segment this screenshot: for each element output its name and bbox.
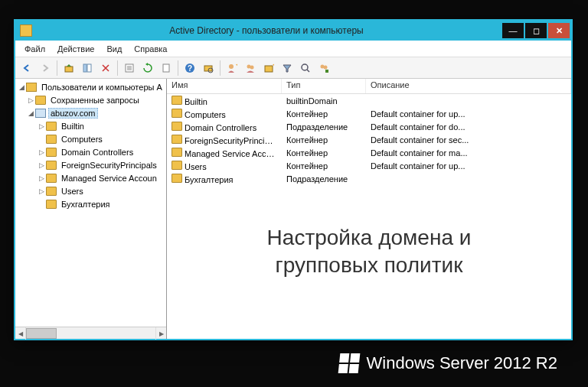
folder-icon	[46, 135, 57, 144]
expand-icon[interactable]: ◢	[17, 83, 26, 91]
menu-help[interactable]: Справка	[128, 43, 173, 55]
tree-label: Managed Service Accoun	[59, 173, 159, 184]
tree-builtin[interactable]: ▷Builtin	[15, 119, 166, 132]
expand-icon[interactable]: ▷	[26, 96, 35, 104]
titlebar[interactable]: Active Directory - пользователи и компью…	[15, 21, 571, 41]
list-row[interactable]: ForeignSecurityPrincipalsКонтейнерDefaul…	[167, 133, 571, 146]
list-pane: Имя Тип Описание BuiltinbuiltinDomainCom…	[167, 79, 571, 339]
svg-point-18	[302, 64, 308, 70]
folder-icon	[46, 174, 57, 183]
tree-fsp[interactable]: ▷ForeignSecurityPrincipals	[15, 158, 166, 171]
svg-rect-1	[83, 64, 87, 72]
new-group-button[interactable]	[242, 60, 259, 76]
footer-branding: Windows Server 2012 R2	[339, 353, 557, 373]
tree-computers[interactable]: Computers	[15, 132, 166, 145]
expand-icon[interactable]: ▷	[37, 187, 46, 195]
tree-msa[interactable]: ▷Managed Service Accoun	[15, 171, 166, 184]
cell-desc: Default container for up...	[366, 109, 571, 119]
column-name[interactable]: Имя	[167, 79, 282, 93]
windows-logo-icon	[338, 353, 360, 373]
export-button[interactable]	[158, 60, 175, 76]
folder-icon	[46, 161, 57, 170]
new-ou-button[interactable]: ✦	[260, 60, 277, 76]
expand-icon[interactable]: ▷	[37, 122, 46, 130]
folder-icon	[35, 96, 46, 105]
expand-icon[interactable]: ◢	[26, 109, 35, 117]
folder-icon	[46, 187, 57, 196]
close-button[interactable]: ✕	[548, 23, 570, 38]
tree-label: Builtin	[59, 121, 87, 132]
maximize-button[interactable]: ◻	[525, 23, 547, 38]
folder-icon	[172, 161, 182, 170]
minimize-button[interactable]: —	[502, 23, 524, 38]
tree-label: Сохраненные запросы	[48, 95, 142, 106]
show-hide-tree-button[interactable]	[79, 60, 96, 76]
new-user-button[interactable]: ✦	[224, 60, 240, 76]
tree-saved-queries[interactable]: ▷Сохраненные запросы	[15, 93, 166, 106]
menu-view[interactable]: Вид	[100, 43, 128, 55]
list-row[interactable]: Managed Service Accou...КонтейнерDefault…	[167, 146, 571, 159]
find-button[interactable]	[200, 60, 217, 76]
scroll-right-icon[interactable]: ▶	[155, 327, 166, 340]
folder-icon	[172, 109, 182, 118]
toolbar: ? ✦ ✦	[15, 57, 571, 79]
folder-icon	[172, 135, 182, 144]
menubar: Файл Действие Вид Справка	[15, 41, 571, 57]
refresh-button[interactable]	[139, 60, 156, 76]
up-folder-button[interactable]	[60, 60, 77, 76]
svg-point-15	[250, 65, 254, 69]
column-type[interactable]: Тип	[282, 79, 366, 93]
cell-type: Подразделение	[282, 122, 366, 132]
expand-icon[interactable]: ▷	[37, 174, 46, 182]
overlay-line2: групповых политик	[167, 252, 571, 279]
svg-rect-2	[87, 64, 91, 72]
list-row[interactable]: Domain ControllersПодразделениеDefault c…	[167, 120, 571, 133]
tree-accounting[interactable]: Бухгалтерия	[15, 197, 166, 210]
cell-desc: Default container for up...	[366, 161, 571, 171]
list-row[interactable]: BuiltinbuiltinDomain	[167, 94, 571, 107]
list-row[interactable]: ComputersКонтейнерDefault container for …	[167, 107, 571, 120]
svg-text:?: ?	[188, 64, 192, 73]
window-controls: — ◻ ✕	[501, 23, 570, 38]
delete-button[interactable]	[97, 60, 114, 76]
folder-icon	[46, 148, 57, 157]
folder-icon	[46, 200, 57, 209]
help-button[interactable]: ?	[181, 60, 198, 76]
cell-name: Managed Service Accou...	[167, 148, 282, 158]
cell-name: Computers	[167, 109, 282, 119]
expand-icon[interactable]: ▷	[37, 148, 46, 156]
menu-file[interactable]: Файл	[18, 43, 51, 55]
scroll-thumb[interactable]	[26, 328, 57, 339]
window-title: Active Directory - пользователи и компью…	[32, 25, 501, 36]
back-button[interactable]	[18, 60, 35, 76]
svg-text:✦: ✦	[272, 63, 274, 69]
tree-root[interactable]: ◢Пользователи и компьютеры A	[15, 80, 166, 93]
tree-domain[interactable]: ◢abuzov.com	[15, 106, 166, 119]
list-header: Имя Тип Описание	[167, 79, 571, 94]
content-area: ◢Пользователи и компьютеры A ▷Сохраненны…	[15, 79, 571, 339]
list-row[interactable]: БухгалтерияПодразделение	[167, 172, 571, 185]
cell-name: ForeignSecurityPrincipals	[167, 135, 282, 145]
list-row[interactable]: UsersКонтейнерDefault container for up..…	[167, 159, 571, 172]
cell-name: Domain Controllers	[167, 122, 282, 132]
cell-type: Контейнер	[282, 148, 366, 158]
overlay-line1: Настройка домена и	[167, 224, 571, 252]
properties-button[interactable]	[121, 60, 138, 76]
scroll-left-icon[interactable]: ◀	[15, 327, 26, 340]
cell-type: Подразделение	[282, 174, 366, 184]
filter-button[interactable]	[279, 60, 296, 76]
cell-type: Контейнер	[282, 161, 366, 171]
search-button[interactable]	[297, 60, 314, 76]
svg-rect-22	[325, 70, 328, 73]
expand-icon[interactable]: ▷	[37, 161, 46, 169]
forward-button[interactable]	[37, 60, 54, 76]
cell-type: Контейнер	[282, 109, 366, 119]
column-description[interactable]: Описание	[366, 79, 571, 93]
tree-horizontal-scrollbar[interactable]: ◀ ▶	[15, 327, 166, 339]
tree-users[interactable]: ▷Users	[15, 184, 166, 197]
add-to-group-button[interactable]	[315, 60, 332, 76]
svg-line-19	[307, 70, 309, 72]
tree-domain-controllers[interactable]: ▷Domain Controllers	[15, 145, 166, 158]
folder-icon	[46, 122, 57, 131]
menu-action[interactable]: Действие	[51, 43, 100, 55]
